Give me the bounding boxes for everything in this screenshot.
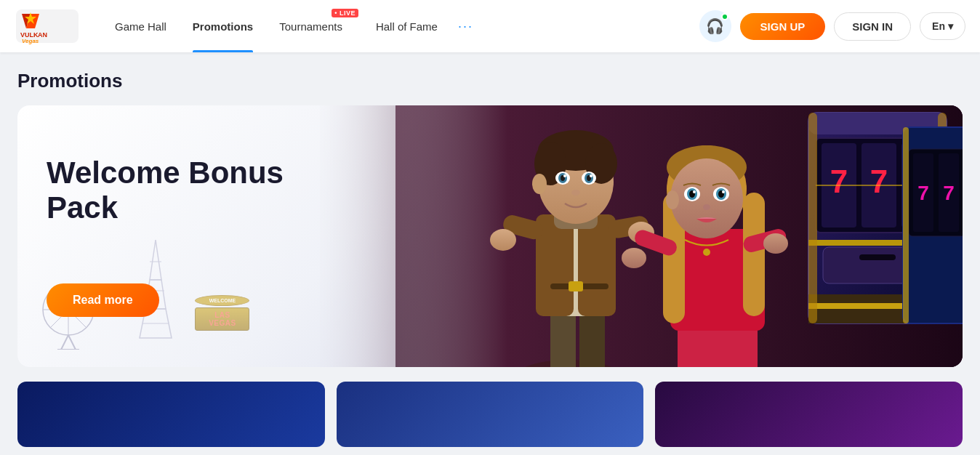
header: VULK AN Vegas Game Hall Promotions Tourn… [0,0,980,52]
live-badge: • LIVE [332,9,358,17]
banner-characters: 7 7 7 [320,105,963,367]
nav-item-game-hall[interactable]: Game Hall [102,0,180,52]
svg-rect-37 [859,254,896,260]
svg-point-101 [763,233,788,254]
welcome-bonus-banner: WELCOME LAS VEGAS Welcome Bonus Pack Rea… [17,105,963,367]
svg-text:Vegas: Vegas [22,38,39,44]
signup-button[interactable]: SIGN UP [740,13,826,40]
svg-rect-53 [579,309,605,367]
svg-point-95 [703,204,710,210]
svg-point-100 [622,248,646,268]
svg-point-71 [571,190,580,196]
svg-point-69 [563,174,566,177]
svg-point-97 [703,249,710,256]
svg-text:7: 7 [917,182,929,204]
support-button[interactable]: 🎧 [699,10,731,42]
promo-thumbnail-1[interactable] [17,382,325,447]
read-more-button[interactable]: Read more [47,283,159,317]
promo-thumbnail-2[interactable] [337,382,644,447]
svg-text:7: 7 [830,164,848,199]
main-nav: Game Hall Promotions Tournaments • LIVE … [102,0,699,52]
nav-more-button[interactable]: ··· [451,0,481,52]
svg-rect-84 [743,193,765,316]
svg-point-75 [490,229,516,251]
logo[interactable]: VULK AN Vegas [15,8,80,44]
svg-point-94 [722,190,725,193]
signin-button[interactable]: SIGN IN [834,12,911,41]
svg-point-72 [532,174,547,194]
nav-item-hall-of-fame[interactable]: Hall of Fame [363,0,451,52]
svg-text:7: 7 [943,182,955,204]
promo-thumbnail-3[interactable] [655,382,963,447]
headset-icon: 🎧 [706,17,724,35]
header-right: 🎧 SIGN UP SIGN IN En ▾ [699,10,965,42]
online-indicator [721,13,728,20]
svg-rect-49 [903,127,909,323]
page-title: Promotions [17,70,963,92]
chevron-down-icon: ▾ [948,20,953,32]
svg-point-96 [666,190,679,209]
svg-text:7: 7 [870,164,888,199]
language-selector[interactable]: En ▾ [920,12,965,40]
svg-rect-40 [808,113,817,323]
banner-title: Welcome Bonus Pack [47,156,294,226]
thumbnail-row [17,382,963,447]
main-content: Promotions WELCOME LAS VEGAS [0,52,980,447]
svg-text:AN: AN [38,31,47,39]
svg-rect-78 [569,281,583,291]
svg-point-70 [590,174,593,177]
svg-point-86 [670,158,743,238]
nav-item-tournaments[interactable]: Tournaments • LIVE [266,0,363,52]
svg-point-93 [693,190,696,193]
nav-item-promotions[interactable]: Promotions [180,0,266,52]
